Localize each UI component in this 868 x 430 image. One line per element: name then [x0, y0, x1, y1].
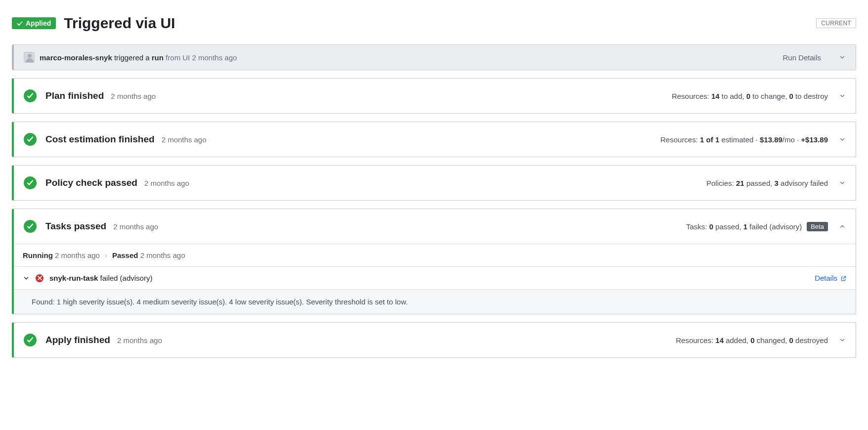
- chevron-up-icon[interactable]: [839, 223, 846, 230]
- stage-time: 2 months ago: [162, 135, 207, 144]
- task-message: Found: 1 high severity issue(s). 4 mediu…: [14, 289, 856, 314]
- stage-title: Cost estimation finished: [45, 134, 155, 145]
- success-icon: [24, 176, 37, 189]
- timeline-passed-time: 2 months ago: [140, 251, 185, 259]
- chevron-down-icon[interactable]: [839, 179, 846, 186]
- run-details-button[interactable]: Run Details: [782, 53, 821, 62]
- stage-tasks: Tasks passed 2 months ago Tasks: 0 passe…: [12, 209, 856, 314]
- stage-time: 2 months ago: [117, 336, 162, 344]
- chevron-right-icon: ›: [105, 251, 107, 259]
- stage-time: 2 months ago: [111, 92, 156, 100]
- stage-tasks-header[interactable]: Tasks passed 2 months ago Tasks: 0 passe…: [14, 209, 856, 244]
- stage-time: 2 months ago: [113, 222, 158, 231]
- chevron-down-icon[interactable]: [839, 54, 846, 61]
- applied-badge-label: Applied: [26, 19, 51, 27]
- beta-badge: Beta: [807, 222, 828, 231]
- task-name-text: snyk-run-task failed (advisory): [49, 274, 152, 282]
- stage-summary: Resources: 14 added, 0 changed, 0 destro…: [676, 336, 828, 344]
- current-badge: CURRENT: [816, 18, 856, 28]
- stage-title: Apply finished: [45, 335, 110, 345]
- run-details-card[interactable]: marco-morales-snyk triggered a run from …: [12, 44, 856, 70]
- chevron-down-icon[interactable]: [23, 275, 30, 282]
- task-row[interactable]: snyk-run-task failed (advisory) Details: [14, 266, 856, 289]
- stage-policy[interactable]: Policy check passed 2 months ago Policie…: [12, 165, 856, 201]
- timeline-running-time: 2 months ago: [55, 251, 100, 259]
- tasks-timeline: Running 2 months ago › Passed 2 months a…: [14, 244, 856, 266]
- task-details-link[interactable]: Details: [815, 274, 847, 282]
- success-icon: [24, 220, 37, 233]
- chevron-down-icon[interactable]: [839, 136, 846, 143]
- error-icon: [36, 274, 43, 282]
- avatar: [24, 52, 35, 63]
- stage-plan[interactable]: Plan finished 2 months ago Resources: 14…: [12, 78, 856, 114]
- stage-time: 2 months ago: [144, 179, 189, 187]
- page-title: Triggered via UI: [64, 15, 175, 32]
- stage-summary: Tasks: 0 passed, 1 failed (advisory): [686, 222, 802, 231]
- applied-badge: Applied: [12, 17, 56, 29]
- chevron-down-icon[interactable]: [839, 92, 846, 99]
- stage-summary: Resources: 1 of 1 estimated · $13.89/mo …: [660, 135, 828, 144]
- check-icon: [17, 20, 23, 26]
- stage-title: Plan finished: [45, 90, 104, 101]
- external-link-icon: [840, 275, 847, 281]
- stage-cost[interactable]: Cost estimation finished 2 months ago Re…: [12, 122, 856, 157]
- stage-title: Tasks passed: [45, 221, 106, 232]
- stage-title: Policy check passed: [45, 177, 137, 188]
- stage-summary: Policies: 21 passed, 3 advisory failed: [706, 179, 828, 187]
- success-icon: [24, 334, 37, 346]
- stage-summary: Resources: 14 to add, 0 to change, 0 to …: [672, 92, 828, 100]
- timeline-passed-label: Passed: [112, 251, 138, 259]
- success-icon: [24, 89, 37, 102]
- run-trigger-text: marco-morales-snyk triggered a run from …: [40, 53, 237, 62]
- chevron-down-icon[interactable]: [839, 337, 846, 344]
- stage-apply[interactable]: Apply finished 2 months ago Resources: 1…: [12, 322, 856, 358]
- timeline-running-label: Running: [23, 251, 53, 259]
- run-user: marco-morales-snyk: [40, 53, 112, 62]
- success-icon: [24, 133, 37, 146]
- page-header: Applied Triggered via UI CURRENT: [12, 15, 856, 32]
